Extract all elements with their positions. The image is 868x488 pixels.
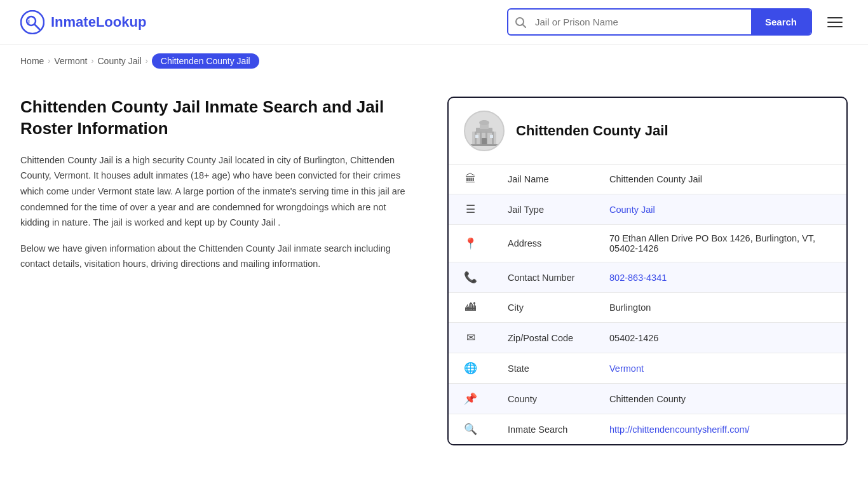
breadcrumb-vermont[interactable]: Vermont [54, 56, 87, 66]
main-content: Chittenden County Jail Inmate Search and… [0, 78, 868, 471]
row-value[interactable]: http://chittendencountysheriff.com/ [594, 414, 846, 445]
info-card: Chittenden County Jail 🏛Jail NameChitten… [447, 97, 848, 445]
table-row: 🔍Inmate Searchhttp://chittendencountyshe… [449, 414, 846, 445]
row-icon: ✉ [449, 323, 492, 353]
search-input[interactable] [532, 10, 751, 34]
table-row: 📞Contact Number802-863-4341 [449, 262, 846, 293]
row-link[interactable]: County Jail [609, 205, 655, 215]
row-icon: 📞 [449, 262, 492, 293]
header: i InmateLookup Search [0, 0, 868, 44]
svg-rect-13 [492, 132, 494, 146]
row-value: Chittenden County [594, 384, 846, 414]
row-label: Address [492, 225, 594, 262]
svg-line-5 [523, 24, 526, 27]
row-value: 70 Ethan Allen Drive PO Box 1426, Burlin… [594, 225, 846, 262]
row-value[interactable]: 802-863-4341 [594, 262, 846, 293]
table-row: 🏛Jail NameChittenden County Jail [449, 165, 846, 194]
row-label: City [492, 293, 594, 323]
row-icon: 🏙 [449, 293, 492, 323]
facility-avatar [464, 111, 505, 151]
logo[interactable]: i InmateLookup [20, 10, 146, 34]
search-icon [508, 17, 532, 28]
row-value: 05402-1426 [594, 323, 846, 353]
breadcrumb-county-jail[interactable]: County Jail [98, 56, 142, 66]
svg-rect-11 [480, 132, 482, 146]
row-icon: 🏛 [449, 165, 492, 194]
left-panel: Chittenden County Jail Inmate Search and… [20, 97, 427, 445]
header-right: Search [507, 8, 848, 36]
info-table: 🏛Jail NameChittenden County Jail☰Jail Ty… [449, 165, 846, 444]
row-link[interactable]: http://chittendencountysheriff.com/ [609, 424, 750, 435]
svg-rect-17 [470, 144, 498, 146]
table-row: 📍Address70 Ethan Allen Drive PO Box 1426… [449, 225, 846, 262]
row-icon: 📌 [449, 384, 492, 414]
svg-rect-10 [475, 132, 477, 146]
row-link[interactable]: 802-863-4341 [609, 273, 667, 283]
description-paragraph-2: Below we have given information about th… [20, 241, 414, 272]
row-value[interactable]: County Jail [594, 194, 846, 225]
table-row: 🌐StateVermont [449, 353, 846, 384]
breadcrumb-home[interactable]: Home [20, 56, 44, 66]
table-row: 🏙CityBurlington [449, 293, 846, 323]
search-bar: Search [507, 8, 812, 36]
svg-line-2 [34, 24, 39, 29]
row-label: Jail Name [492, 165, 594, 194]
svg-text:i: i [28, 17, 30, 25]
svg-point-18 [479, 120, 489, 125]
logo-text-end: Lookup [96, 14, 146, 30]
row-label: Zip/Postal Code [492, 323, 594, 353]
card-header: Chittenden County Jail [449, 98, 846, 165]
row-icon: 📍 [449, 225, 492, 262]
breadcrumb-active: Chittenden County Jail [152, 53, 259, 69]
row-link[interactable]: Vermont [609, 363, 644, 374]
breadcrumb-chevron-1: › [48, 57, 50, 65]
breadcrumb-chevron-3: › [146, 57, 148, 65]
table-row: ✉Zip/Postal Code05402-1426 [449, 323, 846, 353]
row-label: Jail Type [492, 194, 594, 225]
svg-rect-16 [490, 135, 493, 138]
logo-icon: i [20, 10, 44, 34]
row-icon: 🌐 [449, 353, 492, 384]
row-value: Chittenden County Jail [594, 165, 846, 194]
logo-text-start: Inmate [51, 14, 96, 30]
card-title: Chittenden County Jail [516, 123, 668, 139]
row-label: County [492, 384, 594, 414]
search-button[interactable]: Search [751, 10, 811, 34]
table-row: 📌CountyChittenden County [449, 384, 846, 414]
row-value: Burlington [594, 293, 846, 323]
row-icon: 🔍 [449, 414, 492, 445]
row-label: State [492, 353, 594, 384]
menu-icon[interactable] [822, 12, 848, 32]
row-label: Inmate Search [492, 414, 594, 445]
row-icon: ☰ [449, 194, 492, 225]
page-heading: Chittenden County Jail Inmate Search and… [20, 97, 414, 140]
breadcrumb: Home › Vermont › County Jail › Chittende… [0, 44, 868, 78]
svg-point-0 [21, 11, 44, 34]
row-value[interactable]: Vermont [594, 353, 846, 384]
row-label: Contact Number [492, 262, 594, 293]
description-paragraph-1: Chittenden County Jail is a high securit… [20, 152, 414, 231]
breadcrumb-chevron-2: › [92, 57, 94, 65]
table-row: ☰Jail TypeCounty Jail [449, 194, 846, 225]
svg-rect-15 [475, 135, 478, 138]
facility-building-icon [467, 114, 501, 148]
logo-text: InmateLookup [51, 14, 146, 30]
